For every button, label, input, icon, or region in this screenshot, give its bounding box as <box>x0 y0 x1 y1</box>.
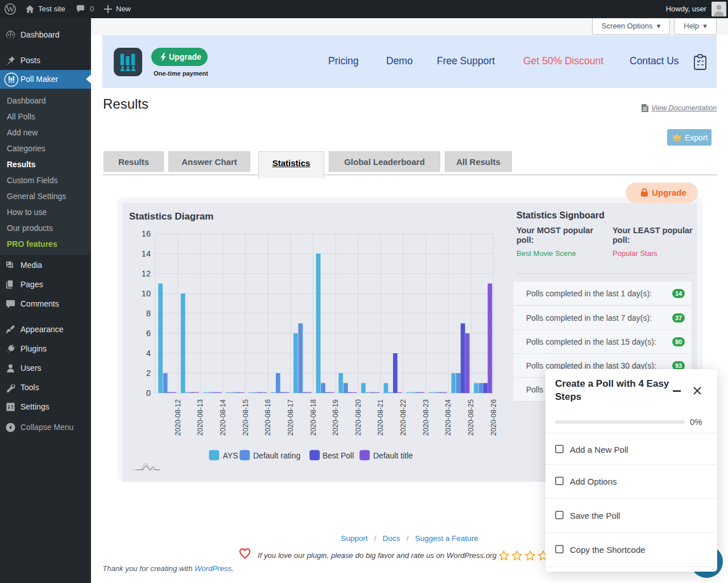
svg-text:2020-08-23: 2020-08-23 <box>422 399 430 436</box>
svg-text:2020-08-12: 2020-08-12 <box>174 399 182 436</box>
svg-text:2020-08-24: 2020-08-24 <box>444 399 452 436</box>
svg-text:10: 10 <box>142 289 151 298</box>
svg-text:Statistics Diagram: Statistics Diagram <box>129 211 213 222</box>
svg-text:12: 12 <box>142 269 151 278</box>
svg-text:Default title: Default title <box>373 451 413 460</box>
svg-text:2020-08-19: 2020-08-19 <box>332 399 340 436</box>
svg-text:2: 2 <box>146 369 151 378</box>
svg-text:0: 0 <box>146 388 151 398</box>
svg-text:8: 8 <box>146 309 151 318</box>
svg-text:2020-08-20: 2020-08-20 <box>354 399 362 436</box>
svg-text:Default rating: Default rating <box>253 451 300 460</box>
svg-text:2020-08-16: 2020-08-16 <box>264 399 272 436</box>
svg-text:AYS: AYS <box>223 451 238 460</box>
svg-text:2020-08-26: 2020-08-26 <box>490 399 498 436</box>
svg-text:W: W <box>6 4 15 14</box>
svg-text:2020-08-25: 2020-08-25 <box>467 399 475 436</box>
svg-text:2020-08-15: 2020-08-15 <box>242 399 250 436</box>
svg-text:6: 6 <box>146 329 151 338</box>
svg-text:2020-08-18: 2020-08-18 <box>309 399 317 436</box>
svg-text:2020-08-14: 2020-08-14 <box>219 399 227 436</box>
svg-text:4: 4 <box>146 349 151 358</box>
svg-text:2020-08-22: 2020-08-22 <box>399 399 407 436</box>
svg-text:16: 16 <box>142 229 151 238</box>
svg-text:2020-08-13: 2020-08-13 <box>196 399 204 436</box>
svg-text:14: 14 <box>142 249 151 258</box>
svg-text:Best Poll: Best Poll <box>322 451 354 460</box>
svg-text:2020-08-17: 2020-08-17 <box>287 399 295 436</box>
svg-text:2020-08-21: 2020-08-21 <box>377 399 384 436</box>
